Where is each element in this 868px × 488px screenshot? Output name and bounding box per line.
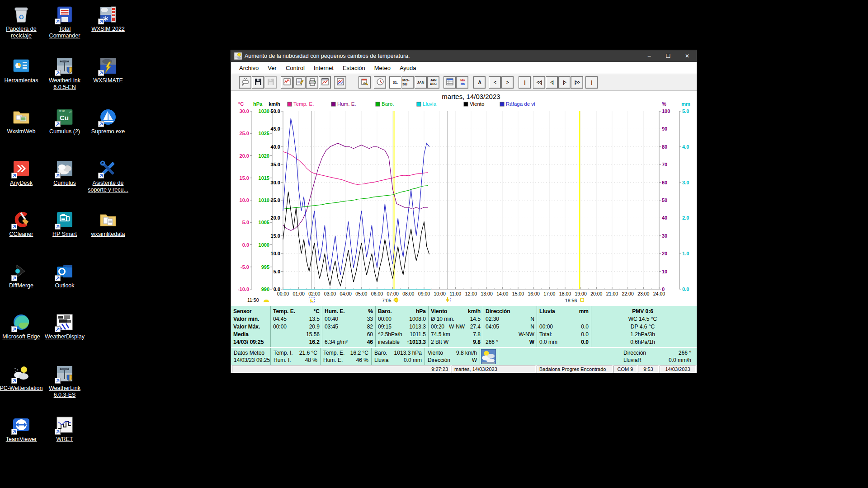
desktop-icon-hp-smart[interactable]: HP Smart <box>43 210 86 238</box>
next-button[interactable]: > <box>501 76 514 89</box>
titlebar[interactable]: Aumento de la nubosidad con pequeños cam… <box>231 50 697 62</box>
calendar-select-button[interactable]: 31 <box>359 76 371 89</box>
svg-text:15.0: 15.0 <box>240 175 249 181</box>
fast-back-button[interactable]: <<| <box>533 76 545 89</box>
desktop-icon-weatherdisplay[interactable]: WeatherDisplay <box>43 312 86 340</box>
wret-icon <box>55 415 75 435</box>
desktop-icon-herramientas[interactable]: Herramientas <box>0 56 43 84</box>
weatherdisplay-icon <box>55 312 75 332</box>
svg-text:03:00: 03:00 <box>324 291 336 296</box>
desktop-icon-teamviewer[interactable]: TeamViewer <box>0 415 43 443</box>
info-cell-4: Viento9.8 km/hDirecciónW <box>425 348 480 365</box>
edit-data-button[interactable] <box>293 76 306 89</box>
folder-files-icon <box>98 210 118 230</box>
desktop-icon-weatherlink-6-0-3-es[interactable]: WeatherLink 6.0.3-ES <box>43 364 86 399</box>
window-title: Aumento de la nubosidad con pequeños cam… <box>245 53 640 59</box>
desktop-icon-outlook[interactable]: Outlook <box>43 261 86 289</box>
graph-window-button[interactable] <box>319 76 331 89</box>
minimize-button[interactable]: – <box>640 50 659 62</box>
desktop-icon-wxsimlitedata[interactable]: wxsimlitedata <box>86 210 130 238</box>
svg-text:60: 60 <box>662 180 667 185</box>
day-view-button[interactable]: 31. <box>389 76 401 89</box>
cloud-photo-icon <box>55 159 75 178</box>
save-disabled-button[interactable] <box>264 76 277 89</box>
range-start-button[interactable]: | <box>519 76 531 89</box>
table-column-pmv-0-6: PMV 0:6WC 14.5 °CDP 4.6 °C1.2hPa/3h0.6hP… <box>591 306 694 347</box>
desktop-icon-label: CCleaner <box>0 231 43 238</box>
desktop-icon-label: Cumulus <box>43 180 86 187</box>
desktop-icon-pc-wetterstation[interactable]: PC-Wetterstation <box>0 364 43 392</box>
svg-text:45.0: 45.0 <box>271 126 280 131</box>
menu-archivo[interactable]: Archivo <box>235 65 263 71</box>
year-view-button[interactable]: JAN DEC <box>427 76 439 89</box>
auto-scale-button[interactable]: A <box>473 76 486 89</box>
table-grid-icon <box>445 77 454 87</box>
cumulus-cu-icon: 63.54629Cu <box>55 107 75 127</box>
svg-text:00:00: 00:00 <box>277 291 289 296</box>
week-view-button[interactable]: MO-SU <box>402 76 414 89</box>
desktop-icon-anydesk[interactable]: AnyDesk <box>0 159 43 187</box>
desktop-icon-label: WXSIM 2022 <box>86 26 130 33</box>
desktop-icon-wxsimate[interactable]: WXSIMATE <box>86 56 130 84</box>
menu-ayuda[interactable]: Ayuda <box>395 65 421 71</box>
desktop-icon-wxsimweb[interactable]: WxsimWeb <box>0 107 43 135</box>
desktop-icon-microsoft-edge[interactable]: Microsoft Edge <box>0 312 43 340</box>
statistics-table: SensorValor min.Valor Máx.Media14/03/ 09… <box>231 305 697 347</box>
maxmin-view-button[interactable]: MaxMin <box>456 76 468 89</box>
svg-text:3.0: 3.0 <box>682 180 689 185</box>
desktop-icon-label: Asistente de soporte y recu... <box>86 180 130 194</box>
desktop-icon-label: WeatherLink 6.0.3-ES <box>43 385 86 399</box>
range-end-button[interactable]: | <box>585 76 598 89</box>
chart-dual-icon <box>336 77 345 87</box>
svg-text:09:00: 09:00 <box>418 291 430 296</box>
svg-text:1010: 1010 <box>259 197 269 203</box>
desktop-icon-label: Papelera de reciclaje <box>0 26 43 40</box>
time-range-button[interactable] <box>374 76 386 89</box>
svg-text:0.0: 0.0 <box>682 286 689 292</box>
desktop-icon-supremo-exe[interactable]: Supremo.exe <box>86 107 130 135</box>
hp-smart-icon <box>55 210 75 230</box>
menu-ver[interactable]: Ver <box>263 65 281 71</box>
desktop-icon-cumulus[interactable]: Cumulus <box>43 159 86 187</box>
month-view-button[interactable]: JAN <box>415 76 427 89</box>
print-button[interactable] <box>306 76 318 89</box>
svg-text:1015: 1015 <box>259 175 269 181</box>
table-view-button[interactable] <box>443 76 456 89</box>
svg-text:50.0: 50.0 <box>271 108 280 114</box>
status-date-long: martes, 14/03/2023 <box>452 366 536 373</box>
dual-graph-button[interactable] <box>334 76 346 89</box>
info-cell-3: Baro.1013.3 hPaLluvia0.0 mm <box>372 348 425 365</box>
desktop-icon-wret[interactable]: WRET <box>43 415 86 443</box>
desktop-icon-diffmerge[interactable]: DiffMerge <box>0 261 43 289</box>
svg-text:08:00: 08:00 <box>402 291 414 296</box>
desktop-icon-total-commander[interactable]: Total Commander <box>43 5 86 40</box>
menu-control[interactable]: Control <box>281 65 309 71</box>
ccleaner-icon <box>11 210 31 230</box>
connect-station-button[interactable] <box>239 76 251 89</box>
save-button[interactable] <box>252 76 264 89</box>
step-fwd-button[interactable]: |> <box>558 76 571 89</box>
desktop-icon-label: AnyDesk <box>0 180 43 187</box>
desktop-icon-cumulus-2[interactable]: 63.54629CuCumulus (2) <box>43 107 86 135</box>
desktop-icon-papelera-de-reciclaje[interactable]: ♻Papelera de reciclaje <box>0 5 43 40</box>
svg-text:24:00: 24:00 <box>653 291 665 296</box>
clouds-sun-icon <box>480 348 498 365</box>
desktop-icon-asistente-de-soporte-y-recu[interactable]: Asistente de soporte y recu... <box>86 159 130 194</box>
desktop-icon-ccleaner[interactable]: CCleaner <box>0 210 43 238</box>
menu-meteo[interactable]: Meteo <box>370 65 395 71</box>
table-column-viento: Vientokm/hØ 10 min.14.500:20 W-NW27.474.… <box>429 306 483 347</box>
menu-estacin[interactable]: Estación <box>338 65 370 71</box>
prev-button[interactable]: < <box>489 76 501 89</box>
desktop-icon-weatherlink-6-0-5-en[interactable]: WeatherLink 6.0.5-EN <box>43 56 86 91</box>
maximize-button[interactable]: ☐ <box>659 50 678 62</box>
close-button[interactable]: ✕ <box>678 50 697 62</box>
desktop-icon-wxsim-2022[interactable]: WXSIM 2022 <box>86 5 130 33</box>
desktop-icon-label: DiffMerge <box>0 282 43 289</box>
menu-internet[interactable]: Internet <box>309 65 338 71</box>
table-column-temp-e: Temp. E.°C04:4513.500:0020.915.5616.2 <box>271 306 322 347</box>
step-back-button[interactable]: <| <box>546 76 558 89</box>
svg-text:5.0: 5.0 <box>682 108 689 114</box>
fast-fwd-button[interactable]: |>> <box>571 76 583 89</box>
graph-button[interactable] <box>281 76 293 89</box>
svg-text:30: 30 <box>662 233 667 239</box>
